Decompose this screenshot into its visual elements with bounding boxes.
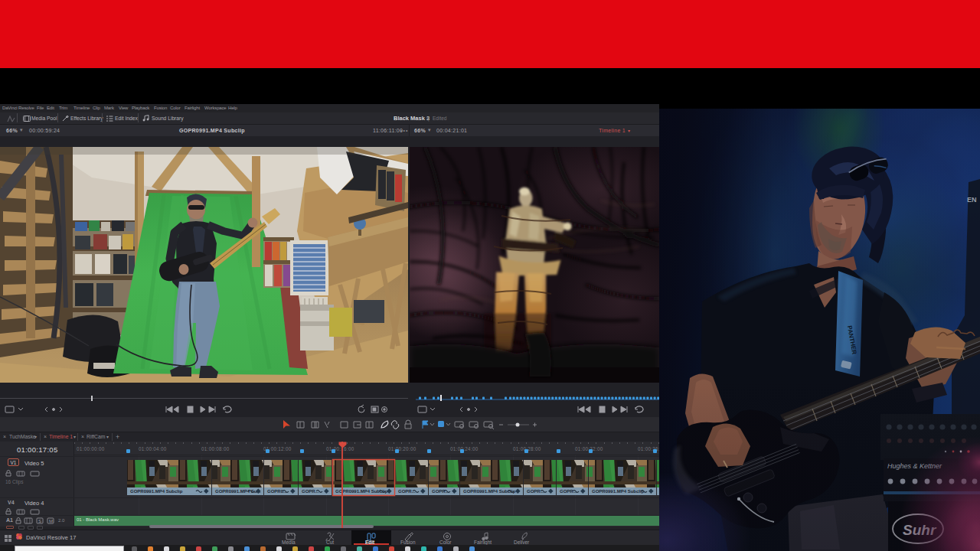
svg-text:GOPR0...: GOPR0...	[267, 489, 287, 494]
svg-text:GOPR0991.MP4 Subclip: GOPR0991.MP4 Subclip	[130, 489, 183, 494]
svg-text:GOPR0991.MP4 Subclip: GOPR0991.MP4 Subclip	[592, 489, 645, 494]
svg-text:S: S	[38, 519, 41, 523]
svg-text:GOPR...: GOPR...	[560, 489, 577, 494]
svg-text:GOPR...: GOPR...	[527, 489, 544, 494]
svg-text:M: M	[49, 519, 53, 523]
svg-text:GOPR0991.MP4 Subclip: GOPR0991.MP4 Subclip	[335, 489, 388, 494]
